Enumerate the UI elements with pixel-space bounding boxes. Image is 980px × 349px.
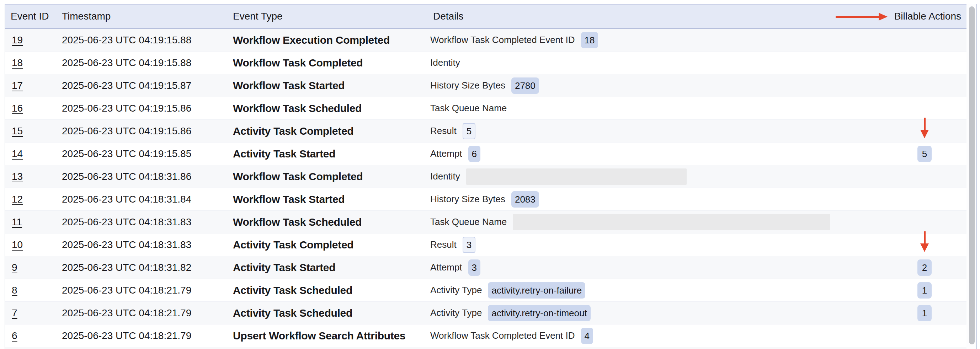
billable-actions-cell: 5 [896, 143, 953, 165]
event-timestamp: 2025-06-23 UTC 04:18:31.82 [62, 256, 191, 279]
event-timestamp: 2025-06-23 UTC 04:18:31.83 [62, 211, 191, 233]
table-row[interactable]: 8 2025-06-23 UTC 04:18:21.79 Activity Ta… [5, 279, 966, 302]
event-timestamp: 2025-06-23 UTC 04:18:31.83 [62, 233, 191, 256]
event-type: Upsert Workflow Search Attributes [233, 324, 406, 347]
event-type: Workflow Task Started [233, 188, 345, 210]
scrollbar-track[interactable] [966, 4, 977, 349]
table-row[interactable]: 19 2025-06-23 UTC 04:19:15.88 Workflow E… [5, 29, 966, 52]
annotation-arrow-down-icon [920, 232, 929, 252]
event-id-link[interactable]: 6 [12, 330, 18, 341]
table-row[interactable]: 14 2025-06-23 UTC 04:19:15.85 Activity T… [5, 143, 966, 165]
column-header-timestamp: Timestamp [62, 5, 111, 28]
event-id-cell: 18 [12, 52, 23, 74]
annotation-arrow-right-icon [836, 13, 888, 21]
column-header-billable-actions: Billable Actions [894, 5, 961, 28]
event-type: Workflow Task Completed [233, 165, 363, 188]
event-id-link[interactable]: 18 [12, 57, 23, 68]
billable-actions-cell [896, 211, 953, 233]
detail-value-badge: activity.retry-on-failure [488, 282, 585, 298]
billable-count-badge: 5 [917, 146, 932, 162]
table-row[interactable]: 16 2025-06-23 UTC 04:19:15.86 Workflow T… [5, 97, 966, 120]
event-id-link[interactable]: 16 [12, 103, 23, 114]
event-id-link[interactable]: 19 [12, 35, 23, 46]
event-type: Workflow Task Started [233, 74, 345, 97]
column-header-event-id: Event ID [11, 5, 49, 28]
event-id-cell: 7 [12, 302, 18, 324]
partial-next-row [5, 347, 966, 349]
detail-label: Attempt [430, 262, 462, 273]
event-details: Attempt 3 [430, 256, 480, 279]
table-row[interactable]: 15 2025-06-23 UTC 04:19:15.86 Activity T… [5, 120, 966, 143]
event-id-cell: 11 [12, 211, 22, 233]
table-row[interactable]: 18 2025-06-23 UTC 04:19:15.88 Workflow T… [5, 52, 966, 74]
event-type: Activity Task Completed [233, 120, 353, 142]
event-timestamp: 2025-06-23 UTC 04:18:31.86 [62, 165, 191, 188]
event-id-cell: 19 [12, 29, 23, 51]
detail-value-badge: 5 [463, 123, 476, 139]
table-row[interactable]: 9 2025-06-23 UTC 04:18:31.82 Activity Ta… [5, 256, 966, 279]
event-id-link[interactable]: 8 [12, 285, 18, 296]
detail-label: Workflow Task Completed Event ID [430, 330, 575, 341]
event-timestamp: 2025-06-23 UTC 04:19:15.88 [62, 29, 191, 51]
event-id-link[interactable]: 11 [12, 216, 22, 228]
event-id-cell: 17 [12, 74, 23, 97]
event-details: Activity Type activity.retry-on-failure [430, 279, 585, 301]
detail-value-badge: 3 [463, 237, 476, 253]
event-type: Activity Task Completed [233, 233, 353, 256]
event-timestamp: 2025-06-23 UTC 04:19:15.88 [62, 52, 191, 74]
scrollbar-thumb[interactable] [969, 6, 975, 344]
event-id-link[interactable]: 14 [12, 148, 23, 160]
table-row[interactable]: 6 2025-06-23 UTC 04:18:21.79 Upsert Work… [5, 324, 966, 347]
event-id-link[interactable]: 7 [12, 308, 18, 319]
billable-actions-cell: 1 [896, 279, 953, 301]
event-id-link[interactable]: 15 [12, 125, 23, 137]
event-id-link[interactable]: 9 [12, 262, 18, 273]
event-timestamp: 2025-06-23 UTC 04:19:15.85 [62, 143, 191, 165]
table-row[interactable]: 10 2025-06-23 UTC 04:18:31.83 Activity T… [5, 233, 966, 256]
detail-label: History Size Bytes [430, 194, 505, 205]
detail-value-badge: 2083 [511, 191, 539, 208]
redacted-value [513, 214, 830, 230]
event-timestamp: 2025-06-23 UTC 04:19:15.86 [62, 97, 191, 119]
event-history-screen: Event ID Timestamp Event Type Details Bi… [0, 0, 980, 349]
billable-actions-cell: 2 [896, 256, 953, 279]
event-id-link[interactable]: 12 [12, 194, 23, 205]
event-id-cell: 15 [12, 120, 23, 142]
billable-actions-cell [896, 188, 953, 210]
event-details: Task Queue Name [430, 97, 507, 119]
detail-label: Attempt [430, 148, 462, 159]
event-timestamp: 2025-06-23 UTC 04:19:15.87 [62, 74, 191, 97]
detail-label: Activity Type [430, 285, 482, 296]
event-details: Attempt 6 [430, 143, 480, 165]
event-id-cell: 12 [12, 188, 23, 210]
billable-count-badge: 2 [917, 259, 932, 276]
event-details: Task Queue Name [430, 211, 830, 233]
billable-actions-cell: 1 [896, 302, 953, 324]
table-row[interactable]: 17 2025-06-23 UTC 04:19:15.87 Workflow T… [5, 74, 966, 97]
detail-label: Task Queue Name [430, 216, 507, 227]
detail-label: Result [430, 125, 457, 136]
billable-count-badge: 1 [917, 305, 932, 321]
event-details: Identity [430, 165, 687, 188]
billable-actions-cell [896, 165, 953, 188]
event-details: Workflow Task Completed Event ID 4 [430, 324, 593, 347]
table-row[interactable]: 13 2025-06-23 UTC 04:18:31.86 Workflow T… [5, 165, 966, 188]
table-row[interactable]: 7 2025-06-23 UTC 04:18:21.79 Activity Ta… [5, 302, 966, 324]
event-id-link[interactable]: 13 [12, 171, 23, 182]
event-timestamp: 2025-06-23 UTC 04:18:21.79 [62, 324, 191, 347]
detail-value-badge: 18 [581, 32, 598, 48]
billable-actions-cell [896, 52, 953, 74]
event-details: Activity Type activity.retry-on-timeout [430, 302, 591, 324]
event-type: Workflow Task Scheduled [233, 211, 362, 233]
event-type: Workflow Execution Completed [233, 29, 390, 51]
event-id-link[interactable]: 17 [12, 80, 23, 91]
event-details: Identity [430, 52, 460, 74]
event-details: History Size Bytes 2780 [430, 74, 539, 97]
event-timestamp: 2025-06-23 UTC 04:18:21.79 [62, 279, 191, 301]
event-details: Workflow Task Completed Event ID 18 [430, 29, 598, 51]
table-row[interactable]: 12 2025-06-23 UTC 04:18:31.84 Workflow T… [5, 188, 966, 211]
table-row[interactable]: 11 2025-06-23 UTC 04:18:31.83 Workflow T… [5, 211, 966, 233]
event-id-link[interactable]: 10 [12, 239, 23, 251]
event-id-cell: 10 [12, 233, 23, 256]
event-details: Result 3 [430, 233, 476, 256]
